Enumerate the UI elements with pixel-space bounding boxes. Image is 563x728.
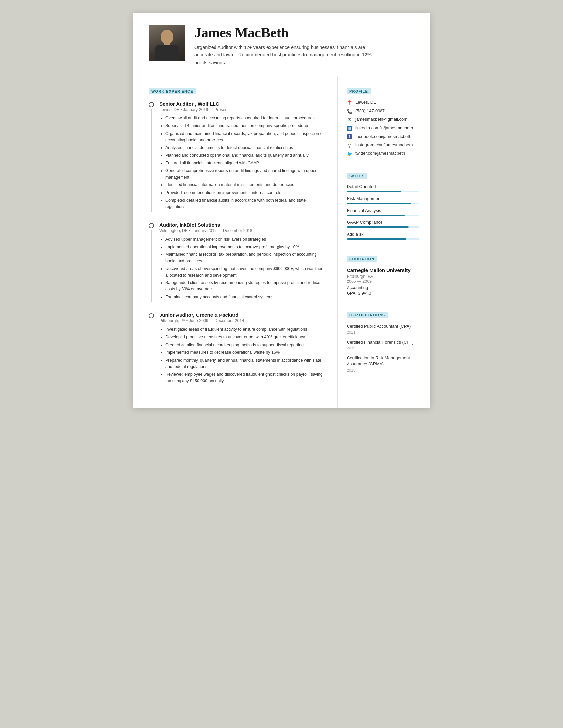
email-icon: ✉ (347, 117, 352, 122)
profile-item: 📞(530) 147-0987 (347, 108, 419, 114)
bullet-item: Advised upper management on risk aversio… (165, 236, 324, 243)
cert-name: Certified Financial Forensics (CFF) (347, 339, 419, 345)
cert-year: 2018 (347, 368, 419, 373)
job-entry-1: Senior Auditor , Wolf LLC Lewes, DE • Ja… (149, 101, 324, 212)
job-bullets-2: Advised upper management on risk aversio… (159, 236, 324, 300)
job-title-3: Junior Auditor, Greene & Packard (159, 312, 324, 318)
divider-1 (347, 166, 419, 166)
cert-item: Certified Financial Forensics (CFF)2019 (347, 339, 419, 350)
bullet-item: Supervised 4 junior auditors and trained… (165, 123, 324, 129)
candidate-name: James MacBeth (194, 25, 414, 40)
job-content-1: Senior Auditor , Wolf LLC Lewes, DE • Ja… (159, 101, 324, 212)
bullet-item: Ensured all financial statements aligned… (165, 160, 324, 166)
skill-bar-fill (347, 215, 405, 216)
skill-name: Financial Analysis (347, 208, 419, 213)
certifications-list: Certified Public Accountant (CPA)2021Cer… (347, 323, 419, 373)
bullet-item: Implemented measures to decrease operati… (165, 349, 324, 356)
divider-2 (347, 249, 419, 249)
bullet-item: Uncovered areas of overspending that sav… (165, 266, 324, 279)
certifications-section: CERTIFICATIONS Certified Public Accounta… (347, 312, 419, 373)
edu-gpa: GPA: 3.9/4.0 (347, 291, 419, 296)
skill-bar-bg (347, 203, 419, 204)
bullet-item: Identified financial information materia… (165, 182, 324, 188)
job-bullets-3: Investigated areas of fraudulent activit… (159, 326, 324, 384)
cert-name: Certified Public Accountant (CPA) (347, 323, 419, 329)
bullet-item: Organized and maintained financial recor… (165, 131, 324, 144)
profile-item-text: jamesmacbeth@gmail.com (355, 117, 407, 122)
edu-years: 2005 — 2009 (347, 279, 419, 284)
bullet-item: Reviewed employee wages and discovered f… (165, 371, 324, 384)
education-section: EDUCATION Carnegie Mellon University Pit… (347, 256, 419, 296)
linkedin-icon: in (347, 126, 352, 131)
job-dot-2 (149, 223, 154, 228)
profile-item: 📍Lewes, DE (347, 100, 419, 105)
bullet-item: Oversaw all audit and accounting reports… (165, 115, 324, 121)
job-title-1: Senior Auditor , Wolf LLC (159, 101, 324, 107)
job-meta-3: Pittsburgh, PA • June 2009 — December 20… (159, 318, 324, 323)
bullet-item: Prepared monthly, quarterly, and annual … (165, 357, 324, 370)
left-column: WORK EXPERIENCE Senior Auditor , Wolf LL… (133, 76, 338, 408)
main-content: WORK EXPERIENCE Senior Auditor , Wolf LL… (133, 76, 430, 408)
facebook-icon: f (347, 134, 352, 139)
job-line-2 (151, 230, 152, 302)
cert-year: 2021 (347, 330, 419, 335)
job-timeline-col-2 (149, 222, 154, 302)
profile-section: PROFILE 📍Lewes, DE📞(530) 147-0987✉jamesm… (347, 88, 419, 156)
profile-item: ffacebook.com/jamesmacbeth (347, 134, 419, 139)
job-content-2: Auditor, InkBlot Solutions Wilmington, D… (159, 222, 324, 302)
instagram-icon: ◎ (347, 143, 352, 148)
skills-label: SKILLS (347, 173, 367, 179)
avatar (149, 25, 185, 61)
bullet-item: Generated comprehensive reports on audit… (165, 168, 324, 181)
bullet-item: Investigated areas of fraudulent activit… (165, 326, 324, 333)
bullet-item: Provided recommendations on improvement … (165, 190, 324, 196)
skill-bar-bg (347, 191, 419, 192)
job-title-2: Auditor, InkBlot Solutions (159, 222, 324, 228)
bullet-item: Safeguarded client assets by recommendin… (165, 280, 324, 293)
bullet-item: Planned and conducted operational and fi… (165, 152, 324, 159)
certifications-label: CERTIFICATIONS (347, 312, 388, 318)
job-content-3: Junior Auditor, Greene & Packard Pittsbu… (159, 312, 324, 385)
profile-label: PROFILE (347, 88, 371, 94)
profile-item-text: instagram.com/jamesmacbeth (355, 142, 413, 147)
skills-list: Detail-OrientedRisk ManagementFinancial … (347, 184, 419, 240)
job-dot-3 (149, 313, 154, 318)
skill-name: Add a skill (347, 232, 419, 237)
skill-item: GAAP Compliance (347, 220, 419, 228)
location-icon: 📍 (347, 100, 352, 105)
job-timeline-col-3 (149, 312, 154, 385)
profile-item-text: twitter.com/jamesmacbeth (355, 151, 405, 156)
phone-icon: 📞 (347, 109, 352, 114)
bullet-item: Created detailed financial recordkeeping… (165, 342, 324, 348)
skill-bar-bg (347, 226, 419, 228)
profile-item-text: linkedin.com/in/jamesmacbeth (355, 125, 413, 130)
bullet-item: Examined company accounts and financial … (165, 294, 324, 300)
skill-name: Detail-Oriented (347, 184, 419, 189)
education-label: EDUCATION (347, 256, 377, 262)
skill-name: GAAP Compliance (347, 220, 419, 225)
skill-item: Financial Analysis (347, 208, 419, 216)
skill-bar-bg (347, 215, 419, 216)
skill-bar-fill (347, 238, 406, 240)
bullet-item: Analyzed financial documents to detect u… (165, 145, 324, 151)
cert-year: 2019 (347, 346, 419, 350)
profile-item: ✉jamesmacbeth@gmail.com (347, 117, 419, 122)
skill-bar-fill (347, 191, 401, 192)
cert-item: Certification in Risk Management Assuran… (347, 355, 419, 372)
job-timeline-col (149, 101, 154, 212)
skills-section: SKILLS Detail-OrientedRisk ManagementFin… (347, 173, 419, 240)
skill-item: Add a skill (347, 232, 419, 240)
profile-item-text: Lewes, DE (355, 100, 376, 105)
edu-school: Carnegie Mellon University (347, 267, 419, 273)
profile-item: ◎instagram.com/jamesmacbeth (347, 142, 419, 148)
divider-3 (347, 305, 419, 305)
job-meta-1: Lewes, DE • January 2019 — Present (159, 107, 324, 112)
edu-location: Pittsburgh, PA (347, 274, 419, 279)
profile-item-text: (530) 147-0987 (355, 108, 385, 113)
skill-bar-fill (347, 203, 411, 204)
cert-name: Certification in Risk Management Assuran… (347, 355, 419, 367)
job-bullets-1: Oversaw all audit and accounting reports… (159, 115, 324, 210)
job-entry-3: Junior Auditor, Greene & Packard Pittsbu… (149, 312, 324, 385)
job-dot (149, 102, 154, 107)
skill-name: Risk Management (347, 196, 419, 201)
